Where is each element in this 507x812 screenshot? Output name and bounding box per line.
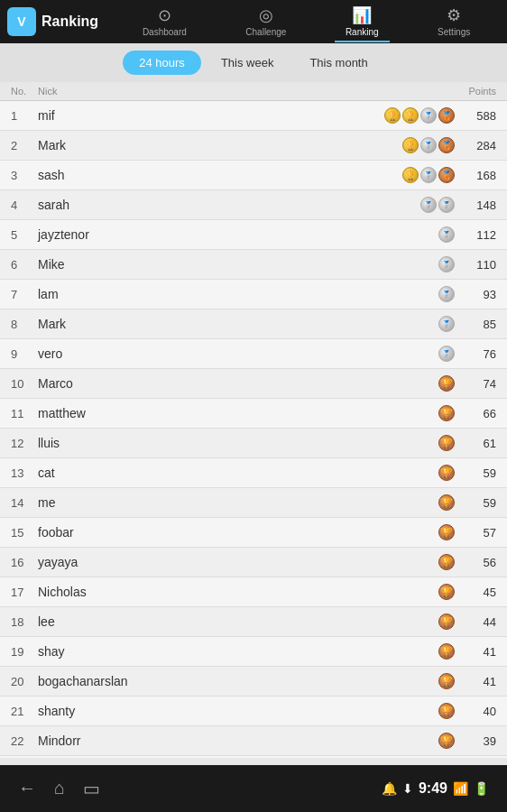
rank-nickname: matthew xyxy=(38,406,438,420)
rank-medals: 🥈🥈 xyxy=(420,197,455,213)
rank-score: 76 xyxy=(460,347,496,361)
silver-medal-icon: 🥈 xyxy=(438,346,455,362)
rank-medals: 🏆 xyxy=(438,554,455,570)
rank-score: 44 xyxy=(460,615,496,629)
ranking-list: 1mif🏆🏆🥈🥉5882Mark🏆🥈🥉2843sash🏆🥈🥉1684sarah🥈… xyxy=(0,101,507,758)
rank-nickname: Nicholas xyxy=(38,585,438,599)
rank-medals: 🥈 xyxy=(438,316,455,332)
time-display: 9:49 xyxy=(419,780,447,797)
table-row: 1mif🏆🏆🥈🥉588 xyxy=(0,101,507,131)
table-row: 2Mark🏆🥈🥉284 xyxy=(0,131,507,161)
status-icons: 🔔 ⬇ 9:49 📶 🔋 xyxy=(382,780,489,797)
gold-medal-icon: 🏆 xyxy=(402,137,419,153)
nav-label-dashboard: Dashboard xyxy=(143,27,187,37)
col-header-nick: Nick xyxy=(38,86,415,97)
rank-score: 74 xyxy=(460,377,496,391)
rank-number: 9 xyxy=(11,347,38,361)
home-button[interactable]: ⌂ xyxy=(54,778,65,799)
silver-medal-icon: 🥈 xyxy=(420,167,437,183)
tab-thisweek[interactable]: This week xyxy=(205,51,290,75)
rank-medals: 🏆 xyxy=(438,673,455,689)
rank-number: 20 xyxy=(11,675,38,688)
app-title: Ranking xyxy=(41,14,98,30)
rank-nickname: sash xyxy=(38,168,402,182)
table-row: 7lam🥈93 xyxy=(0,280,507,309)
silver-medal-icon: 🥈 xyxy=(438,226,455,243)
col-header-points: Points xyxy=(415,86,496,97)
nav-item-settings[interactable]: ⚙ Settings xyxy=(427,2,481,42)
rank-nickname: mif xyxy=(38,108,384,123)
rank-number: 11 xyxy=(11,407,38,420)
table-row: 21shanty🏆40 xyxy=(0,697,507,726)
nav-item-ranking[interactable]: 📊 Ranking xyxy=(335,2,390,42)
nav-item-challenge[interactable]: ◎ Challenge xyxy=(235,2,297,42)
bronze_trophy-medal-icon: 🏆 xyxy=(438,435,455,451)
rank-medals: 🥈 xyxy=(438,256,455,272)
rank-number: 2 xyxy=(11,139,38,152)
rank-score: 148 xyxy=(460,198,496,212)
table-row: 22Mindorr🏆39 xyxy=(0,726,507,756)
bronze_trophy-medal-icon: 🏆 xyxy=(438,405,455,421)
table-row: 6Mike🥈110 xyxy=(0,250,507,280)
table-row: 12lluis🏆61 xyxy=(0,429,507,458)
rank-medals: 🏆 xyxy=(438,643,455,660)
app-icon: V xyxy=(7,7,36,36)
silver-medal-icon: 🥈 xyxy=(420,197,437,213)
tab-bar: 24 hours This week This month xyxy=(0,43,507,82)
gold-medal-icon: 🏆 xyxy=(402,107,419,124)
rank-nickname: Mindorr xyxy=(38,734,438,748)
rank-nickname: foobar xyxy=(38,525,438,540)
rank-score: 57 xyxy=(460,526,496,540)
silver-medal-icon: 🥈 xyxy=(438,286,455,302)
nav-items: ⊙ Dashboard ◎ Challenge 📊 Ranking ⚙ Sett… xyxy=(113,2,500,42)
bronze_trophy-medal-icon: 🏆 xyxy=(438,733,455,749)
table-row: 4sarah🥈🥈148 xyxy=(0,190,507,220)
bronze_trophy-medal-icon: 🏆 xyxy=(438,673,455,689)
bronze_trophy-medal-icon: 🏆 xyxy=(438,643,455,660)
dashboard-icon: ⊙ xyxy=(158,5,171,25)
table-row: 19shay🏆41 xyxy=(0,637,507,667)
rank-number: 21 xyxy=(11,705,38,718)
recents-button[interactable]: ▭ xyxy=(83,778,100,799)
rank-score: 66 xyxy=(460,407,496,420)
rank-medals: 🏆🏆🥈🥉 xyxy=(384,107,455,124)
rank-nickname: me xyxy=(38,495,438,510)
tab-24hours[interactable]: 24 hours xyxy=(123,51,201,75)
table-row: 10Marco🏆74 xyxy=(0,369,507,399)
rank-number: 1 xyxy=(11,109,38,123)
rank-number: 17 xyxy=(11,586,38,599)
rank-medals: 🏆 xyxy=(438,614,455,630)
rank-nickname: lam xyxy=(38,287,438,301)
rank-medals: 🏆 xyxy=(438,584,455,600)
rank-score: 61 xyxy=(460,437,496,450)
rank-medals: 🏆 xyxy=(438,375,455,392)
gold-medal-icon: 🏆 xyxy=(402,167,419,183)
rank-number: 8 xyxy=(11,318,38,331)
back-button[interactable]: ← xyxy=(18,778,36,799)
rank-medals: 🏆 xyxy=(438,494,455,511)
notification-icon: 🔔 xyxy=(382,781,397,796)
bronze_trophy-medal-icon: 🏆 xyxy=(438,465,455,481)
rank-score: 41 xyxy=(460,675,496,688)
rank-nickname: cat xyxy=(38,466,438,480)
rank-medals: 🥈 xyxy=(438,346,455,362)
table-row: 9vero🥈76 xyxy=(0,339,507,369)
rank-number: 4 xyxy=(11,198,38,212)
nav-item-dashboard[interactable]: ⊙ Dashboard xyxy=(132,2,198,42)
tab-thismonth[interactable]: This month xyxy=(293,51,383,75)
rank-number: 19 xyxy=(11,645,38,659)
bronze_trophy-medal-icon: 🏆 xyxy=(438,703,455,719)
bronze-medal-icon: 🥉 xyxy=(438,137,455,153)
silver-medal-icon: 🥈 xyxy=(438,256,455,272)
rank-medals: 🏆 xyxy=(438,733,455,749)
table-row: 3sash🏆🥈🥉168 xyxy=(0,161,507,190)
rank-nickname: vero xyxy=(38,346,438,361)
table-row: 14me🏆59 xyxy=(0,488,507,518)
rank-score: 284 xyxy=(460,139,496,152)
rank-number: 3 xyxy=(11,169,38,182)
rank-score: 59 xyxy=(460,496,496,510)
rank-nickname: Mike xyxy=(38,257,438,272)
rank-nickname: sarah xyxy=(38,198,420,212)
bronze_trophy-medal-icon: 🏆 xyxy=(438,375,455,392)
rank-nickname: shanty xyxy=(38,704,438,718)
